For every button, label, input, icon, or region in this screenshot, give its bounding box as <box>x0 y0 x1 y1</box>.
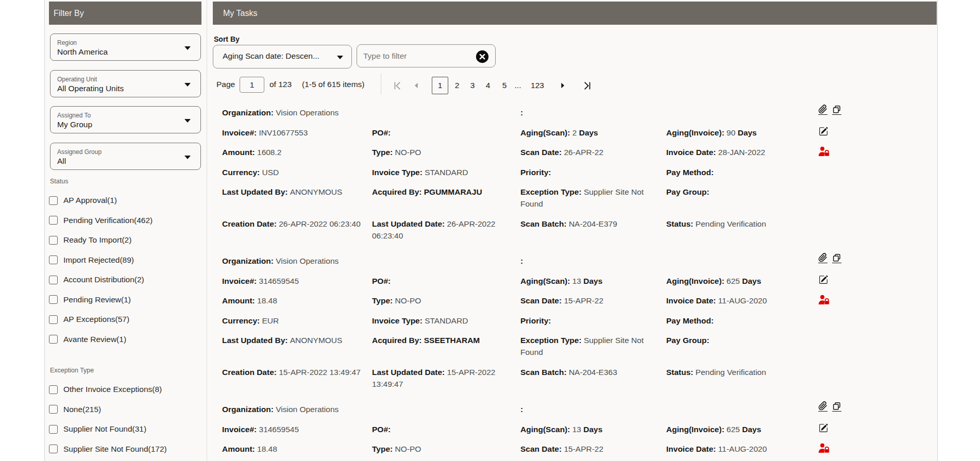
field-amount: Amount: 18.48 <box>222 443 372 455</box>
copy-icon[interactable] <box>832 253 841 263</box>
edit-icon[interactable] <box>819 425 828 434</box>
checkbox[interactable] <box>49 216 58 225</box>
filter-checkbox-row[interactable]: Supplier Not Found(31) <box>49 424 146 434</box>
filter-checkbox-row[interactable]: Pending Review(1) <box>49 295 131 305</box>
field-scan-date: Scan Date: 15-APR-22 <box>520 295 666 306</box>
filter-checkbox-row[interactable]: Avante Review(1) <box>49 334 126 345</box>
chevron-down-icon <box>184 46 191 50</box>
next-page-button[interactable] <box>558 77 567 94</box>
field-blank: : <box>520 255 666 267</box>
page-number-123[interactable]: 123 <box>525 77 550 94</box>
checkbox[interactable] <box>49 335 58 344</box>
dropdown-label: Operating Unit <box>57 76 97 83</box>
sort-dropdown[interactable]: Aging Scan date: Descen... <box>213 45 352 69</box>
filter-dropdown-operating-unit[interactable]: Operating UnitAll Operating Units <box>50 70 201 97</box>
page-number-2[interactable]: 2 <box>449 77 465 94</box>
field-po: PO#: <box>372 423 520 435</box>
sidebar-main-divider <box>207 0 207 461</box>
chevron-down-icon <box>184 83 191 87</box>
field-amount: Amount: 18.48 <box>222 295 372 306</box>
dropdown-label: Assigned To <box>57 112 91 119</box>
filter-checkbox-row[interactable]: Account Distribution(2) <box>49 275 144 285</box>
filter-dropdown-assigned-group[interactable]: Assigned GroupAll <box>50 143 201 170</box>
filter-input[interactable] <box>363 48 471 64</box>
page-number-1[interactable]: 1 <box>432 77 448 94</box>
checkbox[interactable] <box>49 295 58 304</box>
chevron-down-icon <box>184 119 191 123</box>
field-type: Type: NO-PO <box>372 146 520 158</box>
page-number-input[interactable] <box>240 77 264 93</box>
checkbox[interactable] <box>49 315 58 324</box>
checkbox-label: Avante Review(1) <box>63 335 126 344</box>
dropdown-label: Region <box>57 39 77 46</box>
field-creation-date: Creation Date: 15-APR-2022 13:49:47 <box>222 366 372 390</box>
field-invoice-type: Invoice Type: STANDARD <box>372 315 520 327</box>
field-creation-date: Creation Date: 26-APR-2022 06:23:40 <box>222 218 372 242</box>
field-scan-date: Scan Date: 15-APR-22 <box>520 443 666 455</box>
clear-filter-button[interactable] <box>476 50 489 63</box>
checkbox[interactable] <box>49 385 58 394</box>
filter-checkbox-row[interactable]: AP Exceptions(57) <box>49 314 129 325</box>
filter-checkbox-row[interactable]: None(215) <box>49 404 101 415</box>
filter-checkbox-row[interactable]: Other Invoice Exceptions(8) <box>49 384 162 395</box>
checkbox-label: Account Distribution(2) <box>63 275 144 284</box>
checkbox[interactable] <box>49 255 58 264</box>
pager-ellipsis: ... <box>510 77 526 94</box>
field-agingscan: Aging(Scan): 2 Days <box>520 127 666 139</box>
page-of-label: of 123 <box>269 80 292 89</box>
page-number-3[interactable]: 3 <box>465 77 480 94</box>
checkbox-label: AP Approval(1) <box>63 196 117 205</box>
field-currency: Currency: EUR <box>222 315 372 327</box>
filter-dropdown-assigned-to[interactable]: Assigned ToMy Group <box>50 106 201 133</box>
page-number-4[interactable]: 4 <box>480 77 496 94</box>
filter-checkbox-row[interactable]: Pending Verification(462) <box>49 215 153 226</box>
checkbox[interactable] <box>49 405 58 414</box>
first-page-button[interactable] <box>392 77 403 94</box>
field-pay-method: Pay Method: <box>666 315 821 327</box>
field-status: Status: Pending Verification <box>666 218 821 242</box>
filter-checkbox-row[interactable]: AP Approval(1) <box>49 195 117 206</box>
checkbox-label: None(215) <box>63 405 101 414</box>
checkbox-label: AP Exceptions(57) <box>63 315 129 324</box>
checkbox[interactable] <box>49 236 58 245</box>
attachment-icon[interactable] <box>818 253 827 263</box>
field-exception-type: Exception Type: Supplier Site NotFound <box>520 186 666 210</box>
checkbox[interactable] <box>49 276 58 284</box>
field-type: Type: NO-PO <box>372 295 520 306</box>
filter-checkbox-row[interactable]: Supplier Site Not Found(172) <box>49 444 167 454</box>
field-currency: Currency: USD <box>222 166 372 178</box>
filter-checkbox-row[interactable]: Import Rejected(89) <box>49 255 134 265</box>
user-lock-icon[interactable] <box>818 149 830 158</box>
task-card: Organization: Vision Operations:Invoice#… <box>222 403 840 455</box>
edit-icon[interactable] <box>819 277 828 286</box>
filter-by-header: Filter By <box>49 2 201 25</box>
dropdown-value: My Group <box>57 120 92 129</box>
field-po: PO#: <box>372 127 520 139</box>
copy-icon[interactable] <box>832 401 841 412</box>
filter-by-title: Filter By <box>54 9 84 18</box>
last-page-button[interactable] <box>581 77 593 94</box>
checkbox[interactable] <box>49 196 58 205</box>
field-acquired-by: Acquired By: PGUMMARAJU <box>372 186 520 210</box>
filter-dropdown-region[interactable]: RegionNorth America <box>50 33 201 61</box>
checkbox[interactable] <box>49 445 58 453</box>
task-card: Organization: Vision Operations:Invoice#… <box>222 255 840 390</box>
attachment-icon[interactable] <box>818 105 827 115</box>
field-scan-batch: Scan Batch: NA-204-E379 <box>520 218 666 242</box>
user-lock-icon[interactable] <box>818 446 830 455</box>
user-lock-icon[interactable] <box>818 298 830 306</box>
copy-icon[interactable] <box>832 105 841 115</box>
edit-icon[interactable] <box>819 129 828 138</box>
field-type: Type: NO-PO <box>372 443 520 455</box>
field-priority: Priority: <box>520 315 666 327</box>
field-invoice-date: Invoice Date: 11-AUG-2020 <box>666 295 821 306</box>
attachment-icon[interactable] <box>818 401 827 412</box>
checkbox[interactable] <box>49 425 58 434</box>
field-invoice: Invoice#: INV10677553 <box>222 127 372 139</box>
field-status: Status: Pending Verification <box>666 366 821 390</box>
dropdown-value: North America <box>57 47 108 57</box>
prev-page-button[interactable] <box>412 77 421 94</box>
sort-by-label: Sort By <box>214 35 240 43</box>
checkbox-label: Supplier Site Not Found(172) <box>63 445 167 454</box>
filter-checkbox-row[interactable]: Ready To Import(2) <box>49 235 131 245</box>
